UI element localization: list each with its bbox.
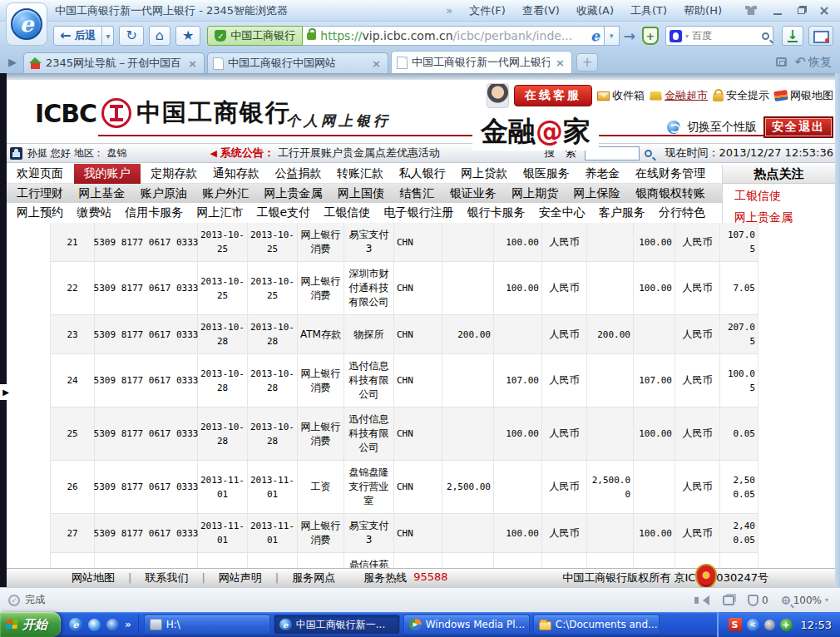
finance-market-link[interactable]: 金融超市 [650, 88, 708, 103]
nav-item[interactable]: 电子银行注册 [378, 204, 458, 222]
nav-item[interactable]: 公益捐款 [269, 165, 326, 183]
nav-item[interactable]: 结售汇 [394, 185, 439, 203]
start-button[interactable]: 开始 [0, 612, 61, 637]
tray-health-icon[interactable]: + [780, 619, 793, 631]
nav-item[interactable]: 安全中心 [534, 204, 590, 222]
safe-logout-button[interactable]: 安全退出 [763, 116, 833, 138]
blocked-counter[interactable]: 0 [748, 595, 768, 606]
nav-item[interactable]: 工银信使 [319, 204, 375, 222]
quick-ie-icon[interactable]: e [69, 618, 82, 631]
home-button[interactable]: ⌂ [149, 26, 170, 46]
nav-item[interactable]: 工银e支付 [252, 204, 316, 222]
nav-item[interactable]: 账户外汇 [197, 185, 254, 203]
nav-item[interactable]: 缴费站 [72, 204, 116, 222]
sogou-tray-icon[interactable]: S [729, 618, 742, 631]
restore-closed-tab[interactable]: ↶恢复 [795, 54, 832, 70]
nav-item[interactable]: 在线财务管理 [630, 165, 710, 183]
restore-button[interactable] [790, 3, 812, 18]
nav-item[interactable]: 网上贵金属 [259, 185, 328, 203]
nav-item[interactable]: 欢迎页面 [12, 165, 68, 183]
nav-item[interactable]: 转账汇款 [332, 165, 388, 183]
menu-overflow-icon[interactable]: » [446, 4, 452, 17]
back-dropdown[interactable]: ▾ [102, 26, 114, 46]
hot-link[interactable]: 工银信使 [723, 184, 835, 205]
nav-item[interactable]: 通知存款 [208, 165, 264, 183]
menu-item[interactable]: 查看(V) [522, 3, 560, 18]
task-button[interactable]: ▶ Windows Media Pl... [403, 615, 530, 635]
address-bar[interactable]: https://vip.icbc.com.cn/icbc/perbank/ind… [303, 26, 604, 46]
system-notice[interactable]: ◀ 系统公告： 工行开展账户贵金属点差优惠活动 [210, 146, 439, 160]
download-button[interactable]: ↓ [782, 26, 803, 46]
baidu-search-box[interactable]: ▾ [665, 26, 773, 46]
tab-close-icon[interactable]: × [554, 57, 566, 69]
nav-item[interactable]: 网上贷款 [456, 165, 512, 183]
close-button[interactable]: × [813, 3, 835, 18]
nav-item[interactable]: 银医服务 [518, 165, 575, 183]
switch-version-link[interactable]: 切换至个性版 [687, 120, 757, 135]
back-button[interactable]: ←后退 [53, 26, 102, 46]
nav-item[interactable]: 私人银行 [394, 165, 451, 183]
go-forward-button[interactable]: → [624, 27, 635, 44]
nav-item[interactable]: 网上汇市 [191, 204, 248, 222]
quick-launch-more-icon[interactable]: » [125, 619, 131, 630]
nav-item[interactable]: 网上基金 [73, 185, 130, 203]
site-verify-badge[interactable]: ✓ 中国工商银行 [207, 26, 303, 46]
menu-item[interactable]: 文件(F) [469, 3, 506, 18]
security-tips-link[interactable]: 安全提示 [713, 88, 769, 103]
nav-item[interactable]: 养老金 [580, 165, 625, 183]
nav-item[interactable]: 客户服务 [594, 204, 650, 222]
new-tab-button[interactable]: + [576, 53, 598, 72]
notice-text[interactable]: 工行开展账户贵金属点差优惠活动 [278, 146, 440, 160]
tab-close-icon[interactable]: × [186, 57, 199, 70]
footer-link[interactable]: 服务网点 [292, 570, 335, 585]
tab-list-icon[interactable]: ▶ [8, 56, 17, 68]
nav-item[interactable]: 信用卡服务 [120, 204, 188, 222]
tray-app-icon[interactable]: < [747, 619, 759, 631]
screenshot-button[interactable] [808, 26, 833, 46]
quick-app-icon-2[interactable] [106, 619, 119, 631]
nav-item[interactable]: 网上国债 [333, 185, 389, 203]
nav-item[interactable]: 银行卡服务 [462, 204, 531, 222]
nav-item[interactable]: 账户原油 [136, 185, 192, 203]
refresh-button[interactable]: ↻ [119, 26, 143, 46]
tab-close-icon[interactable]: × [370, 57, 383, 70]
menu-item[interactable]: 帮助(H) [684, 3, 722, 18]
footer-link[interactable]: 网站地图 [72, 570, 145, 585]
address-dropdown[interactable]: ▾ [605, 26, 620, 46]
nav-item[interactable]: 网上保险 [569, 185, 625, 203]
task-button[interactable]: H:\ [144, 615, 270, 635]
tab-icbc-ebank-active[interactable]: 中国工商银行新一代网上银行 × [391, 51, 572, 73]
volume-tray-icon[interactable] [764, 620, 775, 630]
nav-item[interactable]: 我的账户 [74, 164, 141, 184]
minimize-button[interactable] [767, 3, 788, 18]
task-button[interactable]: e 中国工商银行新一... [274, 615, 400, 635]
nav-item[interactable]: 银证业务 [445, 185, 502, 203]
tab-cascade-icon[interactable] [776, 57, 787, 67]
menu-item[interactable]: 工具(T) [630, 3, 667, 18]
windows-icon[interactable] [723, 595, 734, 605]
ebank-map-link[interactable]: 网银地图 [774, 88, 833, 103]
baidu-search-input[interactable] [692, 30, 758, 42]
ad-block-shield-icon[interactable]: + [642, 27, 659, 45]
favorites-button[interactable]: ★ [175, 26, 200, 46]
task-button[interactable]: C:\Documents and... [533, 615, 660, 635]
online-service-button[interactable]: 在线客服 [514, 85, 592, 106]
inbox-link[interactable]: 收件箱 [597, 88, 645, 103]
tab-icbc-site[interactable]: 中国工商银行中国网站 × [207, 52, 388, 73]
nav-item[interactable]: 分行特色 [654, 204, 710, 222]
nav-item[interactable]: 定期存款 [146, 165, 202, 183]
site-search-icon[interactable] [645, 150, 652, 157]
search-icon[interactable] [762, 32, 769, 40]
quick-app-icon[interactable] [88, 619, 101, 631]
zoom-control[interactable]: +100%▾ [782, 595, 828, 606]
nav-item[interactable]: 网上预约 [12, 204, 68, 222]
nav-item[interactable]: 工行理财 [12, 185, 68, 203]
nav-item[interactable]: 银商银权转账 [630, 185, 710, 203]
footer-link[interactable]: 网站声明 [219, 570, 292, 585]
footer-link[interactable]: 联系我们 [145, 570, 218, 585]
menu-item[interactable]: 收藏(A) [576, 3, 614, 18]
skin-icon[interactable] [745, 6, 757, 15]
speaker-icon[interactable] [698, 595, 709, 605]
tab-2345-nav[interactable]: 2345网址导航－开创中国百... × [23, 52, 205, 73]
side-panel-toggle[interactable]: ▶ [0, 384, 12, 400]
